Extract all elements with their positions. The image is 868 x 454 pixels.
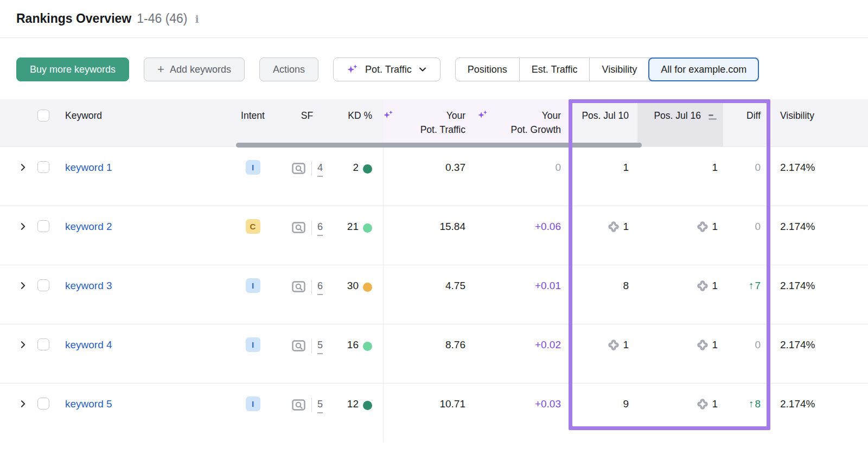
kd-difficulty-dot: [363, 283, 372, 292]
serp-feature-icon: [608, 221, 620, 233]
pos-jul10-value: 1: [623, 219, 629, 234]
pot-traffic-value: 8.76: [383, 324, 477, 383]
column-header-diff[interactable]: Diff: [723, 99, 770, 146]
serp-feature-icon: [608, 339, 620, 351]
metric-dropdown-label: Pot. Traffic: [365, 64, 412, 75]
arrow-up-icon: ↑: [749, 397, 754, 412]
visibility-value: 2.174%: [770, 324, 868, 383]
diff-value: 0: [755, 337, 761, 353]
column-header-intent[interactable]: Intent: [226, 99, 269, 146]
intent-badge: I: [246, 397, 260, 411]
tab-est-traffic[interactable]: Est. Traffic: [519, 58, 590, 81]
sf-count[interactable]: 5: [317, 337, 323, 354]
pos-jul10-value: 1: [623, 160, 629, 175]
toolbar: Buy more keywords + Add keywords Actions…: [0, 38, 868, 99]
serp-feature-icon: [697, 398, 709, 410]
serp-feature-icon: [697, 339, 709, 351]
expand-chevron-icon[interactable]: [18, 340, 28, 349]
actions-label: Actions: [273, 64, 305, 75]
diff-value: 0: [755, 160, 761, 175]
serp-feature-icon: [697, 280, 709, 292]
metric-dropdown[interactable]: Pot. Traffic: [333, 57, 441, 81]
pos-jul16-value: 1: [712, 337, 718, 353]
sf-count[interactable]: 6: [317, 278, 323, 295]
row-checkbox[interactable]: [37, 279, 49, 291]
tab-visibility[interactable]: Visibility: [589, 58, 649, 81]
plus-icon: +: [157, 63, 164, 75]
table-row: keyword 5I51210.71+0.0391↑82.174%: [0, 383, 868, 442]
diff-cell: ↑0: [723, 147, 770, 206]
column-header-visibility[interactable]: Visibility: [770, 99, 868, 146]
pos-jul10-value: 1: [623, 337, 629, 353]
column-header-pos-jul16[interactable]: Pos. Jul 16: [637, 99, 723, 146]
kd-value: 30: [347, 278, 359, 293]
sf-count[interactable]: 4: [317, 160, 323, 177]
keyword-link[interactable]: keyword 2: [65, 219, 112, 234]
intent-badge: I: [246, 278, 260, 293]
expand-chevron-icon[interactable]: [18, 399, 28, 408]
diff-cell: ↑0: [723, 324, 770, 383]
visibility-value: 2.174%: [770, 383, 868, 442]
pot-traffic-value: 15.84: [383, 206, 477, 265]
kd-difficulty-dot: [363, 223, 372, 233]
column-header-keyword[interactable]: Keyword: [50, 99, 226, 146]
pot-growth-value: +0.01: [477, 265, 569, 324]
buy-more-keywords-button[interactable]: Buy more keywords: [16, 57, 129, 81]
keyword-link[interactable]: keyword 1: [65, 160, 112, 175]
add-keywords-label: Add keywords: [170, 64, 231, 75]
sort-icon: [709, 114, 718, 121]
actions-button[interactable]: Actions: [259, 57, 318, 81]
pos-jul16-value: 1: [712, 278, 718, 293]
visibility-value: 2.174%: [770, 265, 868, 324]
kd-difficulty-dot: [363, 401, 372, 410]
serp-features-icon: [291, 398, 306, 412]
keyword-link[interactable]: keyword 3: [65, 278, 112, 293]
pos-jul10-value: 8: [623, 278, 629, 293]
info-icon[interactable]: i: [195, 13, 199, 25]
intent-badge: C: [246, 219, 260, 234]
keyword-link[interactable]: keyword 4: [65, 337, 112, 353]
title-bar: Rankings Overview 1-46 (46) i: [0, 0, 868, 38]
visibility-value: 2.174%: [770, 206, 868, 265]
tab-positions[interactable]: Positions: [456, 58, 519, 81]
pot-traffic-value: 0.37: [383, 147, 477, 206]
pos-jul10-value: 9: [623, 397, 629, 412]
column-header-pos-jul10[interactable]: Pos. Jul 10: [569, 99, 637, 146]
table-row: keyword 4I5168.76+0.0211↑02.174%: [0, 324, 868, 383]
pot-traffic-value: 4.75: [383, 265, 477, 324]
tab-all-for-domain[interactable]: All for example.com: [648, 57, 759, 81]
metric-tab-group: Positions Est. Traffic Visibility All fo…: [455, 57, 760, 81]
table-header-row: Keyword Intent SF KD % Your Pot. Traffic: [0, 99, 868, 146]
select-all-checkbox[interactable]: [37, 110, 49, 122]
column-header-sf[interactable]: SF: [269, 99, 334, 146]
diff-value: 7: [755, 278, 761, 293]
add-keywords-button[interactable]: + Add keywords: [144, 57, 245, 81]
expand-chevron-icon[interactable]: [18, 281, 28, 290]
keyword-link[interactable]: keyword 5: [65, 397, 112, 412]
column-header-kd[interactable]: KD %: [334, 99, 383, 146]
pot-growth-value: 0: [477, 147, 569, 206]
chevron-down-icon: [418, 65, 427, 74]
table-row: keyword 2C62115.84+0.0611↑02.174%: [0, 206, 868, 265]
row-checkbox[interactable]: [37, 398, 49, 410]
row-checkbox[interactable]: [37, 338, 49, 350]
sf-count[interactable]: 6: [317, 219, 323, 236]
pos-jul16-value: 1: [712, 219, 718, 234]
kd-value: 21: [347, 219, 359, 234]
expand-chevron-icon[interactable]: [18, 163, 28, 172]
ai-sparkles-icon: [347, 63, 359, 75]
kd-value: 16: [347, 337, 359, 353]
serp-features-icon: [291, 339, 306, 353]
row-checkbox[interactable]: [37, 161, 49, 173]
horizontal-scrollbar[interactable]: [236, 143, 642, 148]
visibility-value: 2.174%: [770, 147, 868, 206]
column-header-pot-traffic[interactable]: Your Pot. Traffic: [383, 99, 477, 146]
pot-growth-value: +0.02: [477, 324, 569, 383]
row-checkbox[interactable]: [37, 220, 49, 232]
expand-chevron-icon[interactable]: [18, 222, 28, 231]
sf-count[interactable]: 5: [317, 397, 323, 413]
column-header-pot-growth[interactable]: Your Pot. Growth: [477, 99, 569, 146]
arrow-up-icon: ↑: [749, 278, 754, 293]
table-row: keyword 1I420.37011↑02.174%: [0, 146, 868, 206]
diff-cell: ↑0: [723, 206, 770, 265]
